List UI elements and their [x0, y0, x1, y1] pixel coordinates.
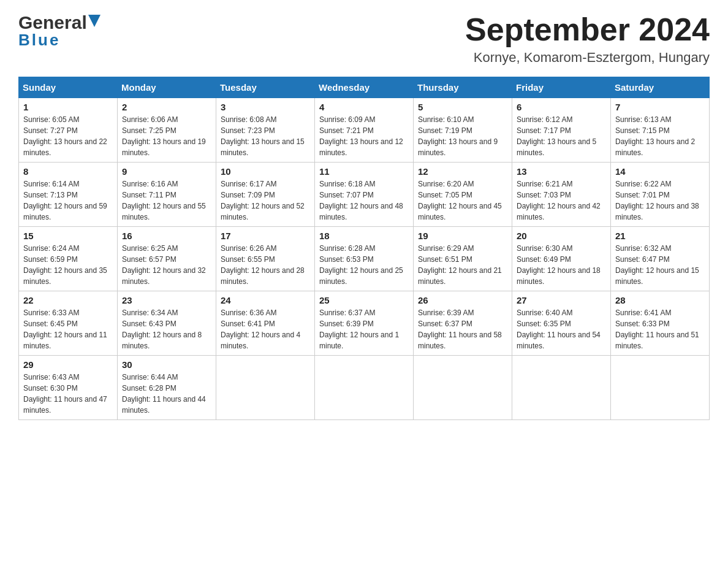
- calendar-cell: 24Sunrise: 6:36 AMSunset: 6:41 PMDayligh…: [216, 291, 315, 356]
- logo-general-text: General: [18, 12, 87, 33]
- day-info: Sunrise: 6:43 AMSunset: 6:30 PMDaylight:…: [23, 372, 113, 416]
- calendar-cell: 16Sunrise: 6:25 AMSunset: 6:57 PMDayligh…: [118, 227, 216, 291]
- logo: General Blue: [18, 12, 100, 50]
- day-info: Sunrise: 6:24 AMSunset: 6:59 PMDaylight:…: [23, 243, 113, 287]
- day-number: 7: [615, 102, 705, 112]
- day-info: Sunrise: 6:29 AMSunset: 6:51 PMDaylight:…: [418, 243, 507, 287]
- calendar-cell: 12Sunrise: 6:20 AMSunset: 7:05 PMDayligh…: [414, 163, 512, 227]
- calendar-table: Sunday Monday Tuesday Wednesday Thursday…: [18, 77, 710, 420]
- week-row-2: 8Sunrise: 6:14 AMSunset: 7:13 PMDaylight…: [19, 163, 710, 227]
- calendar-cell: 29Sunrise: 6:43 AMSunset: 6:30 PMDayligh…: [19, 356, 118, 420]
- day-info: Sunrise: 6:28 AMSunset: 6:53 PMDaylight:…: [319, 243, 409, 287]
- calendar-cell: 25Sunrise: 6:37 AMSunset: 6:39 PMDayligh…: [315, 291, 414, 356]
- day-number: 9: [122, 166, 211, 177]
- day-info: Sunrise: 6:36 AMSunset: 6:41 PMDaylight:…: [221, 307, 310, 351]
- day-number: 2: [122, 102, 211, 112]
- day-info: Sunrise: 6:41 AMSunset: 6:33 PMDaylight:…: [615, 307, 705, 351]
- calendar-cell: 19Sunrise: 6:29 AMSunset: 6:51 PMDayligh…: [414, 227, 512, 291]
- calendar-cell: 1Sunrise: 6:05 AMSunset: 7:27 PMDaylight…: [19, 98, 118, 163]
- col-friday: Friday: [512, 77, 611, 98]
- calendar-cell: 13Sunrise: 6:21 AMSunset: 7:03 PMDayligh…: [512, 163, 611, 227]
- day-number: 13: [517, 166, 606, 177]
- calendar-cell: 26Sunrise: 6:39 AMSunset: 6:37 PMDayligh…: [414, 291, 512, 356]
- calendar-cell: 3Sunrise: 6:08 AMSunset: 7:23 PMDaylight…: [216, 98, 315, 163]
- day-number: 8: [23, 166, 113, 177]
- day-number: 1: [23, 102, 113, 112]
- day-info: Sunrise: 6:37 AMSunset: 6:39 PMDaylight:…: [319, 307, 409, 351]
- svg-marker-0: [88, 15, 100, 27]
- day-number: 10: [221, 166, 310, 177]
- day-number: 20: [517, 231, 606, 241]
- calendar-cell: 27Sunrise: 6:40 AMSunset: 6:35 PMDayligh…: [512, 291, 611, 356]
- day-number: 11: [319, 166, 409, 177]
- day-info: Sunrise: 6:06 AMSunset: 7:25 PMDaylight:…: [122, 114, 211, 158]
- calendar-cell: 2Sunrise: 6:06 AMSunset: 7:25 PMDaylight…: [118, 98, 216, 163]
- calendar-cell: [414, 356, 512, 420]
- day-info: Sunrise: 6:12 AMSunset: 7:17 PMDaylight:…: [517, 114, 606, 158]
- calendar-cell: 22Sunrise: 6:33 AMSunset: 6:45 PMDayligh…: [19, 291, 118, 356]
- calendar-cell: 23Sunrise: 6:34 AMSunset: 6:43 PMDayligh…: [118, 291, 216, 356]
- day-info: Sunrise: 6:34 AMSunset: 6:43 PMDaylight:…: [122, 307, 211, 351]
- day-info: Sunrise: 6:10 AMSunset: 7:19 PMDaylight:…: [418, 114, 507, 158]
- col-sunday: Sunday: [19, 77, 118, 98]
- col-monday: Monday: [118, 77, 216, 98]
- logo-arrow-icon: [88, 15, 100, 31]
- day-info: Sunrise: 6:09 AMSunset: 7:21 PMDaylight:…: [319, 114, 409, 158]
- day-number: 17: [221, 231, 310, 241]
- calendar-cell: 4Sunrise: 6:09 AMSunset: 7:21 PMDaylight…: [315, 98, 414, 163]
- week-row-1: 1Sunrise: 6:05 AMSunset: 7:27 PMDaylight…: [19, 98, 710, 163]
- calendar-cell: 5Sunrise: 6:10 AMSunset: 7:19 PMDaylight…: [414, 98, 512, 163]
- day-number: 30: [122, 359, 211, 370]
- day-number: 25: [319, 295, 409, 305]
- col-wednesday: Wednesday: [315, 77, 414, 98]
- calendar-cell: [315, 356, 414, 420]
- calendar-cell: 18Sunrise: 6:28 AMSunset: 6:53 PMDayligh…: [315, 227, 414, 291]
- calendar-cell: 15Sunrise: 6:24 AMSunset: 6:59 PMDayligh…: [19, 227, 118, 291]
- calendar-title: September 2024: [465, 12, 710, 47]
- day-number: 23: [122, 295, 211, 305]
- calendar-cell: 20Sunrise: 6:30 AMSunset: 6:49 PMDayligh…: [512, 227, 611, 291]
- day-number: 4: [319, 102, 409, 112]
- day-number: 6: [517, 102, 606, 112]
- calendar-cell: [512, 356, 611, 420]
- day-info: Sunrise: 6:26 AMSunset: 6:55 PMDaylight:…: [221, 243, 310, 287]
- week-row-3: 15Sunrise: 6:24 AMSunset: 6:59 PMDayligh…: [19, 227, 710, 291]
- col-saturday: Saturday: [611, 77, 710, 98]
- calendar-cell: 8Sunrise: 6:14 AMSunset: 7:13 PMDaylight…: [19, 163, 118, 227]
- col-thursday: Thursday: [414, 77, 512, 98]
- day-number: 26: [418, 295, 507, 305]
- calendar-cell: 6Sunrise: 6:12 AMSunset: 7:17 PMDaylight…: [512, 98, 611, 163]
- day-info: Sunrise: 6:17 AMSunset: 7:09 PMDaylight:…: [221, 178, 310, 223]
- day-info: Sunrise: 6:32 AMSunset: 6:47 PMDaylight:…: [615, 243, 705, 287]
- day-info: Sunrise: 6:25 AMSunset: 6:57 PMDaylight:…: [122, 243, 211, 287]
- calendar-cell: 28Sunrise: 6:41 AMSunset: 6:33 PMDayligh…: [611, 291, 710, 356]
- day-number: 16: [122, 231, 211, 241]
- header-row: Sunday Monday Tuesday Wednesday Thursday…: [19, 77, 710, 98]
- title-section: September 2024 Kornye, Komarom-Esztergom…: [465, 12, 710, 66]
- calendar-cell: 17Sunrise: 6:26 AMSunset: 6:55 PMDayligh…: [216, 227, 315, 291]
- day-info: Sunrise: 6:39 AMSunset: 6:37 PMDaylight:…: [418, 307, 507, 351]
- calendar-cell: 7Sunrise: 6:13 AMSunset: 7:15 PMDaylight…: [611, 98, 710, 163]
- day-number: 12: [418, 166, 507, 177]
- day-info: Sunrise: 6:16 AMSunset: 7:11 PMDaylight:…: [122, 178, 211, 223]
- day-number: 19: [418, 231, 507, 241]
- logo-blue-text: Blue: [18, 31, 60, 50]
- day-number: 28: [615, 295, 705, 305]
- day-info: Sunrise: 6:30 AMSunset: 6:49 PMDaylight:…: [517, 243, 606, 287]
- page-header: General Blue September 2024 Kornye, Koma…: [18, 12, 710, 66]
- calendar-cell: 30Sunrise: 6:44 AMSunset: 6:28 PMDayligh…: [118, 356, 216, 420]
- day-number: 21: [615, 231, 705, 241]
- calendar-cell: 14Sunrise: 6:22 AMSunset: 7:01 PMDayligh…: [611, 163, 710, 227]
- day-info: Sunrise: 6:22 AMSunset: 7:01 PMDaylight:…: [615, 178, 705, 223]
- calendar-cell: 9Sunrise: 6:16 AMSunset: 7:11 PMDaylight…: [118, 163, 216, 227]
- day-number: 24: [221, 295, 310, 305]
- week-row-4: 22Sunrise: 6:33 AMSunset: 6:45 PMDayligh…: [19, 291, 710, 356]
- col-tuesday: Tuesday: [216, 77, 315, 98]
- day-number: 22: [23, 295, 113, 305]
- calendar-cell: [216, 356, 315, 420]
- day-info: Sunrise: 6:21 AMSunset: 7:03 PMDaylight:…: [517, 178, 606, 223]
- calendar-cell: [611, 356, 710, 420]
- calendar-cell: 10Sunrise: 6:17 AMSunset: 7:09 PMDayligh…: [216, 163, 315, 227]
- day-number: 14: [615, 166, 705, 177]
- day-info: Sunrise: 6:18 AMSunset: 7:07 PMDaylight:…: [319, 178, 409, 223]
